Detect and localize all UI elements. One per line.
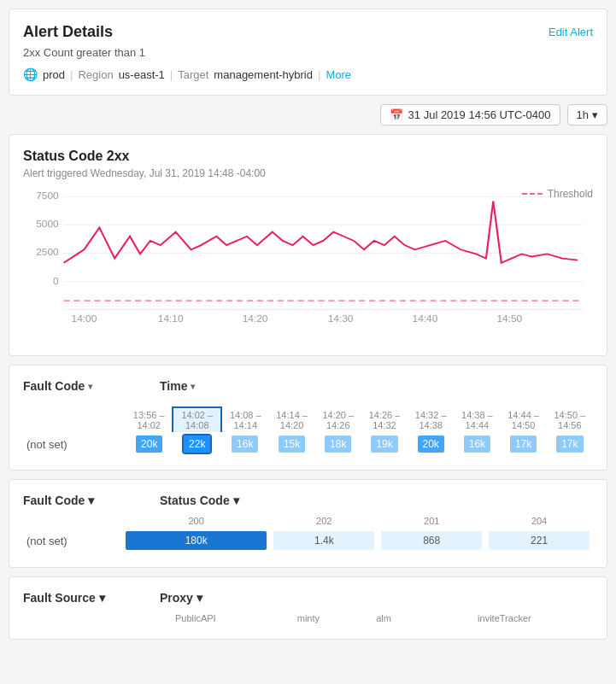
- time-dropdown-arrow: ▾: [191, 382, 195, 391]
- threshold-label: Threshold: [522, 188, 593, 200]
- time-range-arrow: ▾: [592, 108, 598, 121]
- table3-th-minty: minty: [266, 611, 352, 625]
- svg-text:14:00: 14:00: [72, 314, 97, 324]
- table1-card: Fault Code ▾ Time ▾ 13:56 –14:02 14:02 –…: [9, 365, 607, 471]
- svg-text:14:50: 14:50: [496, 314, 522, 324]
- table3-col-headers: PublicAPI minty alm inviteTracker: [23, 611, 593, 625]
- table2-card: Fault Code ▾ Status Code ▾ 200 202 201 2…: [9, 479, 607, 568]
- table1-cell-7: 16k: [454, 432, 500, 456]
- table1-th-5: 14:26 –14:32: [361, 407, 408, 432]
- table1-row-label: (not set): [23, 432, 126, 456]
- table-row: (not set) 180k 1.4k 868 221: [23, 528, 593, 553]
- table3-proxy-dropdown-arrow: ▾: [197, 591, 202, 605]
- table1-col-headers: 13:56 –14:02 14:02 –14:08 14:08 –14:14 1…: [23, 407, 593, 432]
- table1-cell-3: 15k: [268, 432, 314, 456]
- chart-svg: 7500 5000 2500 0 14:00 14:10 14:20 14:30…: [23, 188, 593, 324]
- region-value: us-east-1: [119, 68, 165, 81]
- table3-th-invitetracker: inviteTracker: [416, 611, 593, 625]
- svg-text:5000: 5000: [36, 219, 58, 229]
- target-label: Target: [178, 68, 208, 81]
- table1-cell-0: 20k: [126, 432, 173, 456]
- table1-th-6: 14:32 –14:38: [408, 407, 454, 432]
- table3-card: Fault Source ▾ Proxy ▾ PublicAPI minty a…: [9, 576, 607, 640]
- table2-empty-th: [23, 514, 122, 528]
- threshold-dash-icon: [522, 193, 543, 195]
- svg-text:14:40: 14:40: [413, 314, 438, 324]
- table1-th-8: 14:44 –14:50: [500, 407, 546, 432]
- table1-time-label: Time: [160, 379, 187, 393]
- chart-card: Status Code 2xx Alert triggered Wednesda…: [9, 134, 607, 356]
- table2-header: Fault Code ▾ Status Code ▾: [23, 494, 593, 507]
- table1-cell-2: 16k: [221, 432, 268, 456]
- table1-cell-1: 22k: [173, 432, 221, 456]
- date-picker[interactable]: 📅 31 Jul 2019 14:56 UTC-0400: [380, 104, 560, 126]
- prod-value: prod: [43, 68, 65, 81]
- table1-cell-6: 20k: [408, 432, 454, 456]
- threshold-text: Threshold: [548, 188, 593, 200]
- table1-time-header[interactable]: Time ▾: [160, 379, 593, 393]
- globe-icon: 🌐: [23, 67, 38, 81]
- chart-title: Status Code 2xx: [23, 149, 593, 164]
- table2-data: 200 202 201 204 (not set) 180k 1.4k 868 …: [23, 514, 593, 553]
- table2-cell-200: 180k: [122, 528, 270, 553]
- table3-data: PublicAPI minty alm inviteTracker: [23, 611, 593, 625]
- chart-container: Threshold 7500 5000 2500 0 14:00 14:10 1…: [23, 188, 593, 342]
- calendar-icon: 📅: [390, 108, 403, 121]
- time-range-value: 1h: [577, 108, 589, 121]
- table2-th-201: 201: [378, 514, 485, 528]
- table2-th-204: 204: [485, 514, 593, 528]
- table2-fault-code-label: Fault Code: [23, 494, 85, 507]
- table2-status-code-header[interactable]: Status Code ▾: [160, 494, 593, 507]
- table1-th-3: 14:14 –14:20: [268, 407, 314, 432]
- table1-header: Fault Code ▾ Time ▾: [23, 379, 593, 393]
- table1-th-4: 14:20 –14:26: [315, 407, 361, 432]
- table2-fault-code-header[interactable]: Fault Code ▾: [23, 494, 160, 507]
- table2-th-200: 200: [122, 514, 270, 528]
- table3-proxy-header[interactable]: Proxy ▾: [160, 591, 593, 605]
- table2-th-202: 202: [270, 514, 378, 528]
- edit-alert-link[interactable]: Edit Alert: [549, 26, 593, 38]
- table2-fault-dropdown-arrow: ▾: [88, 494, 94, 507]
- table3-fault-source-header[interactable]: Fault Source ▾: [23, 591, 160, 605]
- table3-empty-th: [23, 611, 126, 625]
- region-label: Region: [78, 68, 113, 81]
- alert-details-header: Alert Details Edit Alert: [23, 23, 593, 41]
- svg-text:14:20: 14:20: [243, 314, 268, 324]
- svg-text:2500: 2500: [36, 248, 58, 257]
- table1-cell-4: 18k: [315, 432, 361, 456]
- date-value: 31 Jul 2019 14:56 UTC-0400: [408, 108, 551, 121]
- table1-fault-code-header[interactable]: Fault Code ▾: [23, 379, 160, 393]
- fault-code-dropdown-arrow: ▾: [88, 382, 92, 391]
- table1-th-1: 14:02 –14:08: [173, 407, 221, 432]
- table3-fault-source-label: Fault Source: [23, 591, 96, 605]
- table3-fault-source-dropdown-arrow: ▾: [99, 591, 105, 605]
- svg-text:0: 0: [53, 276, 59, 285]
- table3-proxy-label: Proxy: [160, 591, 193, 605]
- alert-title: Alert Details: [23, 23, 113, 41]
- table1-data: 13:56 –14:02 14:02 –14:08 14:08 –14:14 1…: [23, 406, 593, 456]
- table1-th-9: 14:50 –14:56: [547, 407, 593, 432]
- more-link[interactable]: More: [326, 68, 351, 81]
- table2-cell-202: 1.4k: [270, 528, 378, 553]
- table3-th-publicapi: PublicAPI: [126, 611, 266, 625]
- table2-col-headers: 200 202 201 204: [23, 514, 593, 528]
- table1-th-7: 14:38 –14:44: [454, 407, 500, 432]
- table1-fault-code-label: Fault Code: [23, 379, 85, 393]
- table2-cell-204: 221: [485, 528, 593, 553]
- table3-th-alm: alm: [351, 611, 416, 625]
- time-range-select[interactable]: 1h ▾: [567, 104, 607, 126]
- alert-details-card: Alert Details Edit Alert 2xx Count great…: [9, 9, 607, 96]
- table1-th-0: 13:56 –14:02: [126, 407, 173, 432]
- svg-text:14:30: 14:30: [328, 314, 354, 324]
- table2-status-dropdown-arrow: ▾: [233, 494, 239, 507]
- table2-row-label: (not set): [23, 528, 122, 553]
- svg-text:14:10: 14:10: [158, 314, 184, 324]
- alert-meta: 🌐 prod | Region us-east-1 | Target manag…: [23, 67, 593, 81]
- table2-status-code-label: Status Code: [160, 494, 230, 507]
- table1-cell-8: 17k: [500, 432, 546, 456]
- table1-cell-5: 19k: [361, 432, 408, 456]
- chart-subtitle: Alert triggered Wednesday, Jul 31, 2019 …: [23, 167, 593, 179]
- target-value: management-hybrid: [214, 68, 313, 81]
- time-controls: 📅 31 Jul 2019 14:56 UTC-0400 1h ▾: [9, 104, 607, 126]
- alert-subtitle: 2xx Count greater than 1: [23, 46, 593, 59]
